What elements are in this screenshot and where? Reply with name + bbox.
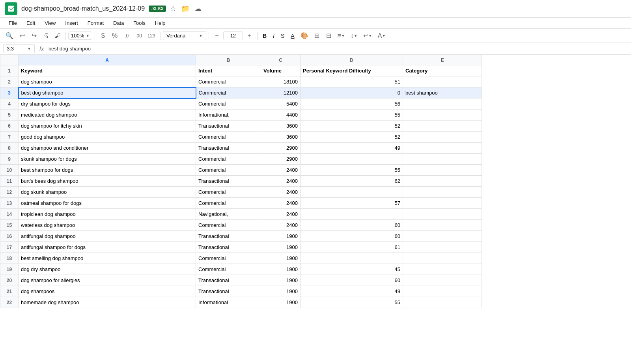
- menu-view[interactable]: View: [41, 19, 60, 28]
- cell-difficulty[interactable]: [301, 154, 403, 165]
- cell-volume[interactable]: 5400: [261, 98, 301, 110]
- cell-keyword[interactable]: waterless dog shampoo: [19, 220, 196, 231]
- row-number[interactable]: 5: [0, 110, 19, 121]
- font-size-increase-btn[interactable]: +: [244, 31, 255, 41]
- row-number[interactable]: 13: [0, 198, 19, 209]
- font-size-decrease-btn[interactable]: −: [211, 31, 222, 41]
- cell-intent[interactable]: Transactional: [196, 231, 261, 242]
- row-number[interactable]: 22: [0, 297, 19, 308]
- star-icon[interactable]: ☆: [170, 4, 176, 13]
- col-header-c[interactable]: C: [261, 55, 301, 65]
- row-number[interactable]: 12: [0, 187, 19, 198]
- menu-help[interactable]: Help: [151, 19, 170, 28]
- cell-intent[interactable]: Transactional: [196, 242, 261, 253]
- cell-keyword[interactable]: medicated dog shampoo: [19, 110, 196, 121]
- merge-btn[interactable]: ⊟: [323, 30, 334, 41]
- cell-keyword[interactable]: dog shampoo and conditioner: [19, 143, 196, 154]
- cell-difficulty[interactable]: [301, 253, 403, 264]
- row-number[interactable]: 16: [0, 231, 19, 242]
- menu-insert[interactable]: Insert: [61, 19, 82, 28]
- cell-category[interactable]: [403, 110, 482, 121]
- cell-intent[interactable]: Commercial: [196, 253, 261, 264]
- cell-intent[interactable]: Intent: [196, 65, 261, 76]
- cell-keyword[interactable]: homemade dog shampoo: [19, 297, 196, 308]
- cell-intent[interactable]: Commercial: [196, 132, 261, 143]
- cell-intent[interactable]: Informational,: [196, 110, 261, 121]
- cell-difficulty[interactable]: 57: [301, 198, 403, 209]
- cell-volume[interactable]: Volume: [261, 65, 301, 76]
- cell-keyword[interactable]: best dog shampoo: [19, 87, 196, 98]
- cell-category[interactable]: Category: [403, 65, 482, 76]
- halign-btn[interactable]: ≡ ▼: [335, 31, 347, 41]
- cell-category[interactable]: [403, 176, 482, 187]
- row-number[interactable]: 21: [0, 286, 19, 297]
- cell-category[interactable]: [403, 132, 482, 143]
- cell-keyword[interactable]: best smelling dog shampoo: [19, 253, 196, 264]
- row-number[interactable]: 15: [0, 220, 19, 231]
- cloud-icon[interactable]: ☁: [194, 4, 202, 13]
- cell-category[interactable]: [403, 187, 482, 198]
- cell-category[interactable]: [403, 98, 482, 110]
- cell-volume[interactable]: 2900: [261, 154, 301, 165]
- col-header-e[interactable]: E: [403, 55, 482, 65]
- cell-volume[interactable]: 2400: [261, 165, 301, 176]
- row-number[interactable]: 3: [0, 87, 19, 98]
- number-format-btn[interactable]: 123: [145, 32, 158, 40]
- cell-volume[interactable]: 4400: [261, 110, 301, 121]
- cell-difficulty[interactable]: 55: [301, 110, 403, 121]
- cell-keyword[interactable]: dog dry shampoo: [19, 264, 196, 275]
- cell-category[interactable]: [403, 143, 482, 154]
- cell-category[interactable]: [403, 121, 482, 132]
- cell-category[interactable]: [403, 209, 482, 220]
- bold-btn[interactable]: B: [260, 31, 269, 41]
- cell-intent[interactable]: Transactional: [196, 275, 261, 286]
- cell-volume[interactable]: 18100: [261, 76, 301, 87]
- print-btn[interactable]: 🖨: [40, 31, 51, 41]
- cell-keyword[interactable]: good dog shampoo: [19, 132, 196, 143]
- cell-intent[interactable]: Commercial: [196, 98, 261, 110]
- row-number[interactable]: 19: [0, 264, 19, 275]
- underline-btn[interactable]: A: [288, 31, 297, 41]
- cell-difficulty[interactable]: [301, 209, 403, 220]
- cell-intent[interactable]: Commercial: [196, 165, 261, 176]
- col-header-b[interactable]: B: [196, 55, 261, 65]
- italic-btn[interactable]: I: [270, 31, 277, 41]
- col-header-a[interactable]: A: [19, 55, 196, 65]
- sheet-container[interactable]: A B C D E 1KeywordIntentVolumePersonal K…: [0, 55, 631, 356]
- cell-category[interactable]: [403, 76, 482, 87]
- cell-difficulty[interactable]: 51: [301, 76, 403, 87]
- menu-data[interactable]: Data: [109, 19, 128, 28]
- cell-difficulty[interactable]: 45: [301, 264, 403, 275]
- cell-category[interactable]: [403, 242, 482, 253]
- cell-category[interactable]: [403, 297, 482, 308]
- row-number[interactable]: 2: [0, 76, 19, 87]
- cell-intent[interactable]: Transactional: [196, 176, 261, 187]
- cell-volume[interactable]: 3600: [261, 132, 301, 143]
- cell-keyword[interactable]: oatmeal shampoo for dogs: [19, 198, 196, 209]
- cell-intent[interactable]: Transactional: [196, 286, 261, 297]
- wrap-btn[interactable]: ↵ ▼: [361, 30, 375, 41]
- row-number[interactable]: 9: [0, 154, 19, 165]
- row-number[interactable]: 7: [0, 132, 19, 143]
- cell-keyword[interactable]: antifungal shampoo for dogs: [19, 242, 196, 253]
- cell-volume[interactable]: 12100: [261, 87, 301, 98]
- row-number[interactable]: 20: [0, 275, 19, 286]
- cell-intent[interactable]: Navigational,: [196, 209, 261, 220]
- cell-category[interactable]: [403, 198, 482, 209]
- cell-volume[interactable]: 1900: [261, 286, 301, 297]
- cell-category[interactable]: [403, 231, 482, 242]
- cell-keyword[interactable]: burt's bees dog shampoo: [19, 176, 196, 187]
- row-number[interactable]: 6: [0, 121, 19, 132]
- cell-reference[interactable]: 3:3 ▼: [3, 44, 35, 53]
- cell-volume[interactable]: 2400: [261, 198, 301, 209]
- cell-difficulty[interactable]: 52: [301, 121, 403, 132]
- cell-keyword[interactable]: antifungal dog shampoo: [19, 231, 196, 242]
- text-color-btn[interactable]: A ▼: [375, 31, 388, 41]
- search-btn[interactable]: 🔍: [3, 30, 16, 41]
- cell-volume[interactable]: 1900: [261, 242, 301, 253]
- cell-intent[interactable]: Commercial: [196, 198, 261, 209]
- cell-keyword[interactable]: skunk shampoo for dogs: [19, 154, 196, 165]
- cell-keyword[interactable]: dog shampoo: [19, 76, 196, 87]
- cell-keyword[interactable]: Keyword: [19, 65, 196, 76]
- cell-intent[interactable]: Commercial: [196, 187, 261, 198]
